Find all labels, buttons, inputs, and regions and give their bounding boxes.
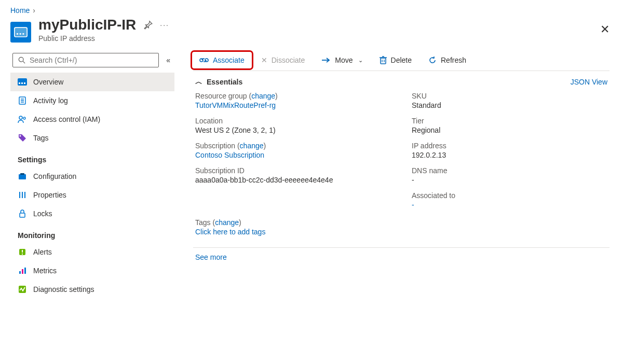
sidebar-item-label: Locks	[33, 209, 52, 218]
essentials-heading: Essentials	[207, 78, 242, 86]
move-icon	[321, 57, 331, 63]
sidebar-item-label: Metrics	[33, 267, 57, 275]
sidebar-item-label: Activity log	[33, 96, 68, 105]
sidebar-item-configuration[interactable]: Configuration	[10, 167, 174, 186]
sidebar-item-metrics[interactable]: Metrics	[10, 261, 174, 280]
associated-to-value[interactable]: -	[412, 201, 607, 209]
sidebar-item-activity-log[interactable]: Activity log	[10, 91, 174, 110]
subscription-id-value: aaaa0a0a-bb1b-cc2c-dd3d-eeeeee4e4e4e	[195, 176, 391, 184]
button-label: Dissociate	[272, 56, 305, 64]
tier-label: Tier	[412, 117, 607, 125]
sidebar-item-label: Overview	[33, 78, 63, 86]
delete-icon	[380, 56, 387, 64]
refresh-button[interactable]: Refresh	[422, 53, 472, 67]
search-icon	[18, 57, 25, 64]
svg-point-15	[23, 117, 25, 119]
access-control-icon	[18, 115, 27, 124]
change-subscription-link[interactable]: change	[240, 142, 264, 150]
resource-type-label: Public IP address	[38, 34, 169, 43]
resource-group-label: Resource group (change)	[195, 92, 391, 100]
svg-rect-25	[22, 254, 23, 255]
associated-to-label: Associated to	[412, 191, 607, 200]
location-label: Location	[195, 117, 391, 125]
close-icon[interactable]: ✕	[600, 23, 610, 36]
sidebar-item-label: Configuration	[33, 172, 76, 180]
svg-point-3	[22, 33, 24, 35]
sidebar-item-alerts[interactable]: Alerts	[10, 243, 174, 261]
svg-point-16	[20, 135, 21, 137]
essentials-toggle[interactable]: ︿ Essentials	[195, 77, 242, 87]
sidebar-item-tags[interactable]: Tags	[10, 129, 174, 147]
sidebar-item-label: Alerts	[33, 248, 52, 256]
sidebar-item-diagnostic-settings[interactable]: Diagnostic settings	[10, 280, 174, 299]
sidebar-item-properties[interactable]: Properties	[10, 186, 174, 204]
subscription-value[interactable]: Contoso Subscription	[195, 151, 391, 159]
locks-icon	[18, 209, 27, 218]
public-ip-icon	[10, 22, 31, 43]
overview-icon	[18, 77, 27, 87]
svg-line-5	[23, 61, 25, 63]
resource-group-value[interactable]: TutorVMMixRoutePref-rg	[195, 101, 391, 109]
svg-point-30	[200, 59, 203, 62]
svg-rect-18	[20, 173, 24, 175]
pin-icon[interactable]	[143, 20, 153, 30]
svg-rect-27	[22, 269, 23, 274]
sku-label: SKU	[412, 92, 607, 100]
metrics-icon	[18, 266, 27, 275]
tier-value: Regional	[412, 126, 607, 134]
svg-rect-9	[24, 82, 25, 84]
sidebar-item-access-control[interactable]: Access control (IAM)	[10, 110, 174, 129]
sidebar-item-locks[interactable]: Locks	[10, 204, 174, 223]
svg-rect-33	[381, 58, 386, 64]
button-label: Refresh	[441, 56, 466, 64]
delete-button[interactable]: Delete	[373, 53, 418, 67]
configuration-icon	[18, 172, 27, 181]
change-resource-group-link[interactable]: change	[251, 92, 275, 100]
svg-rect-0	[15, 27, 27, 37]
sidebar-item-label: Tags	[33, 134, 49, 142]
svg-rect-28	[24, 268, 26, 274]
sidebar-item-overview[interactable]: Overview	[10, 73, 174, 91]
search-field[interactable]	[30, 56, 153, 64]
more-icon[interactable]: ···	[160, 21, 169, 29]
ip-label: IP address	[412, 142, 607, 150]
svg-rect-22	[20, 213, 25, 217]
subscription-label: Subscription (change)	[195, 142, 391, 150]
breadcrumb-home[interactable]: Home	[10, 6, 30, 15]
button-label: Associate	[213, 56, 245, 64]
alerts-icon	[18, 247, 27, 257]
sku-value: Standard	[412, 101, 607, 109]
associate-button[interactable]: Associate	[193, 53, 251, 67]
chevron-down-icon: ⌄	[358, 57, 363, 64]
chevron-up-icon: ︿	[195, 77, 202, 87]
svg-rect-6	[18, 78, 27, 86]
svg-rect-8	[21, 82, 23, 84]
svg-point-14	[19, 116, 22, 119]
json-view-link[interactable]: JSON View	[571, 78, 607, 86]
ip-value: 192.0.2.13	[412, 151, 607, 159]
dissociate-icon: ✕	[261, 56, 267, 64]
add-tags-link[interactable]: Click here to add tags	[195, 228, 607, 236]
toolbar: Associate ✕ Dissociate Move ⌄ Delete	[193, 53, 610, 71]
button-label: Delete	[391, 56, 412, 64]
subscription-id-label: Subscription ID	[195, 166, 391, 175]
move-button[interactable]: Move ⌄	[315, 53, 369, 67]
sidebar-item-label: Diagnostic settings	[33, 285, 94, 293]
activity-log-icon	[18, 96, 27, 105]
refresh-icon	[428, 56, 437, 64]
properties-icon	[18, 190, 27, 200]
tags-icon	[18, 133, 27, 143]
collapse-sidebar-icon[interactable]: «	[164, 54, 172, 66]
sidebar-section-monitoring: Monitoring	[10, 223, 174, 243]
sidebar-item-label: Access control (IAM)	[33, 115, 100, 123]
dns-value: -	[412, 176, 607, 184]
page-title: myPublicIP-IR	[38, 17, 136, 33]
dissociate-button: ✕ Dissociate	[255, 53, 312, 67]
svg-rect-26	[19, 271, 21, 274]
change-tags-link[interactable]: change	[215, 218, 239, 227]
svg-point-4	[19, 57, 23, 62]
svg-point-2	[20, 33, 21, 35]
search-input[interactable]	[12, 53, 159, 67]
svg-point-1	[17, 33, 18, 35]
see-more-link[interactable]: See more	[193, 247, 610, 261]
